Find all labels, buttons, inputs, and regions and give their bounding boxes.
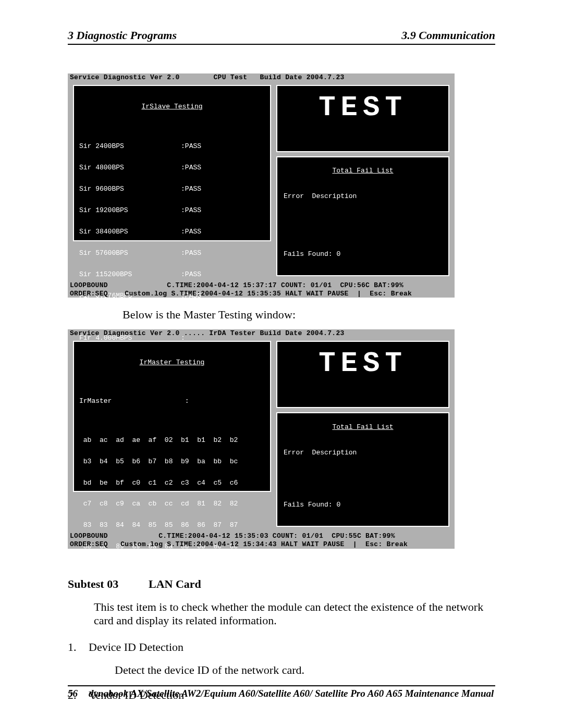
list-num: 1. [68, 640, 89, 654]
shot1-row: Sir 38400BPS :PASS [79, 228, 265, 236]
shot2-fail-panel: Total Fail List Error Description Fails … [276, 412, 449, 527]
shot2-hex-row: ab ac ad ae af 02 b1 b1 b2 b2 [79, 437, 265, 444]
subtest-name: LAN Card [149, 577, 201, 591]
shot1-row: Sir 4800BPS :PASS [79, 164, 265, 171]
subtest-label: Subtest 03 [68, 577, 149, 591]
shot2-header: Service Diagnostic Ver 2.0 ..... IrDA Te… [68, 329, 455, 338]
shot2-test-big: TEST [276, 341, 449, 408]
shot1-header: Service Diagnostic Ver 2.0 CPU Test Buil… [68, 73, 455, 82]
shot2-hex-row: 83 83 84 84 85 85 86 86 87 87 [79, 522, 265, 529]
shot2-hex-row: bd be bf c0 c1 c2 c3 c4 c5 c6 [79, 479, 265, 487]
shot2-footer2: ORDER:SEQ Custom.log S.TIME:2004-04-12 1… [68, 540, 455, 549]
shot1-left-panel: IrSlave Testing Sir 2400BPS :PASS Sir 48… [73, 85, 271, 241]
shot1-row: Sir 9600BPS :PASS [79, 186, 265, 193]
shot1-test-big: TEST [276, 85, 449, 152]
shot1-footer1: LOOPBOUND C.TIME:2004-04-12 15:37:17 COU… [68, 281, 455, 290]
shot2-fails-found: Fails Found: 0 [284, 501, 442, 509]
shot1-footer2: ORDER:SEQ Custom.log S.TIME:2004-04-12 1… [68, 290, 455, 298]
shot2-hex-row: c7 c8 c9 ca cb cc cd 81 82 82 [79, 500, 265, 508]
shot1-title: IrSlave Testing [141, 103, 202, 110]
shot1-row: Sir 57600BPS :PASS [79, 250, 265, 257]
screenshot-irslave: Service Diagnostic Ver 2.0 CPU Test Buil… [68, 73, 455, 298]
shot2-footer1: LOOPBOUND C.TIME:2004-04-12 15:35:03 COU… [68, 532, 455, 540]
shot2-line0: IrMaster : [79, 398, 265, 405]
shot1-fail-panel: Total Fail List Error Description Fails … [276, 156, 449, 276]
list-sub: Detect the device ID of the network card… [115, 663, 495, 677]
shot1-row: Sir 115200BPS :PASS [79, 271, 265, 278]
header-left: 3 Diagnostic Programs [68, 29, 177, 42]
mid-text: Below is the Master Testing window: [123, 308, 495, 322]
shot2-left-panel: IrMaster Testing IrMaster : ab ac ad ae … [73, 341, 271, 492]
shot1-row: Sir 2400BPS :PASS [79, 143, 265, 150]
subtest-heading: Subtest 03 LAN Card [68, 577, 495, 591]
shot2-fail-cols: Error Description [284, 449, 442, 456]
shot1-row: Sir 19200BPS :PASS [79, 207, 265, 214]
screenshot-irmaster: Service Diagnostic Ver 2.0 ..... IrDA Te… [68, 329, 455, 548]
header-right: 3.9 Communication [401, 29, 495, 42]
shot2-hex-row: b3 b4 b5 b6 b7 b8 b9 ba bb bc [79, 458, 265, 465]
shot1-fail-cols: Error Description [284, 193, 442, 200]
shot2-title: IrMaster Testing [140, 359, 205, 366]
shot2-hex-row: 8d 8e 8f 90 91 92 93 94 95 96 [79, 564, 265, 572]
page-number: 56 [68, 688, 89, 699]
list-text: Device ID Detection [89, 640, 183, 654]
shot1-fail-title: Total Fail List [332, 167, 393, 175]
page-footer: 56 dynabook AX/Satellite AW2/Equium A60/… [68, 685, 495, 699]
list-item-1: 1. Device ID Detection [68, 640, 495, 654]
page-header: 3 Diagnostic Programs 3.9 Communication [68, 29, 495, 45]
footer-title: dynabook AX/Satellite AW2/Equium A60/Sat… [89, 688, 494, 699]
lan-desc: This test item is to check whether the m… [94, 600, 495, 627]
shot1-fails-found: Fails Found: 0 [284, 251, 442, 258]
shot2-fail-title: Total Fail List [332, 423, 393, 431]
